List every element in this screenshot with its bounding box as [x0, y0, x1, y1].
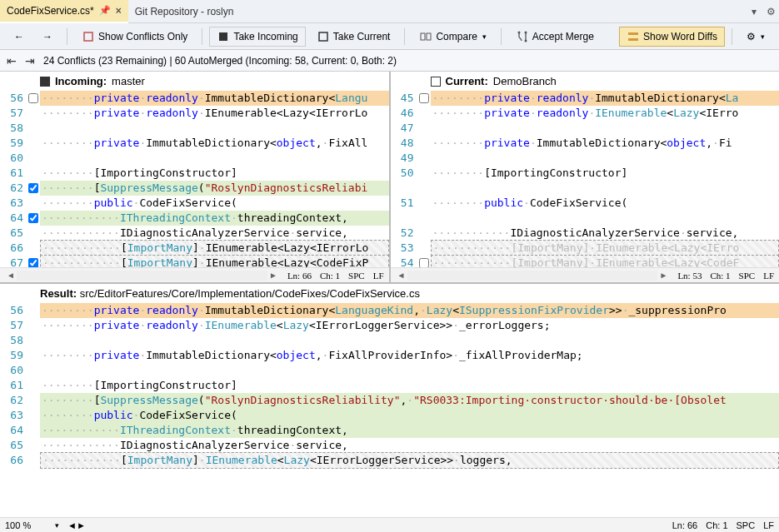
result-pane: Result: src/EditorFeatures/Core/Implemen…	[0, 284, 779, 532]
code-line[interactable]: 56········private·readonly·ImmutableDict…	[0, 303, 779, 318]
code-line[interactable]: 61········[ImportingConstructor]	[0, 166, 389, 181]
code-line[interactable]: 56········private·readonly·ImmutableDict…	[0, 91, 389, 106]
scroll-right-icon[interactable]: ►	[657, 271, 669, 280]
nav-back-button[interactable]: ←	[7, 27, 32, 46]
show-word-diffs-button[interactable]: Show Word Diffs	[619, 27, 725, 47]
code-line[interactable]: 63········public·CodeFixService(	[0, 196, 389, 211]
conflict-status-bar: ⇤ ⇥ 24 Conflicts (23 Remaining) | 60 Aut…	[0, 50, 779, 72]
scroll-left-icon[interactable]: ◄	[5, 271, 17, 280]
line-checkbox-cell	[27, 258, 40, 267]
window-dropdown-icon[interactable]: ▾	[746, 6, 762, 17]
code-line[interactable]: 57········private·readonly·IEnumerable<L…	[0, 106, 389, 121]
result-code[interactable]: 56········private·readonly·ImmutableDict…	[0, 303, 779, 517]
line-checkbox[interactable]	[28, 93, 38, 103]
code-line[interactable]: 66············[ImportMany]·IEnumerable<L…	[0, 241, 389, 256]
code-line[interactable]: 47	[391, 121, 780, 136]
code-line[interactable]: 53············[ImportMany]·IEnumerable<L…	[391, 241, 780, 256]
chevron-down-icon[interactable]: ▾	[55, 521, 59, 530]
line-checkbox[interactable]	[28, 213, 38, 223]
code-line[interactable]: 51········public·CodeFixService(	[391, 196, 780, 211]
next-conflict-button[interactable]: ⇥	[25, 54, 35, 67]
pin-icon[interactable]: 📌	[99, 5, 111, 16]
show-conflicts-button[interactable]: Show Conflicts Only	[74, 27, 195, 47]
code-line[interactable]: 61········[ImportingConstructor]	[0, 378, 779, 393]
incoming-code[interactable]: 56········private·readonly·ImmutableDict…	[0, 91, 389, 267]
line-checkbox[interactable]	[419, 93, 429, 103]
line-checkbox[interactable]	[28, 183, 38, 193]
svg-point-6	[524, 31, 527, 33]
code-line[interactable]: 65············IDiagnosticAnalyzerService…	[0, 226, 389, 241]
code-line[interactable]: 57········private·readonly·IEnumerable<L…	[0, 318, 779, 333]
current-header: Current: DemoBranch	[391, 72, 780, 91]
line-number: 63	[0, 196, 27, 211]
line-number: 46	[391, 106, 417, 121]
code-line[interactable]: 64············IThreadingContext·threadin…	[0, 423, 779, 438]
label: Take Current	[333, 31, 391, 42]
merge-toolbar: ← → Show Conflicts Only Take Incoming Ta…	[0, 23, 779, 50]
scroll-left-icon[interactable]: ◄	[396, 271, 407, 280]
scrollbar[interactable]	[17, 271, 267, 281]
code-content: ········[SuppressMessage("RoslynDiagnost…	[40, 181, 389, 196]
tab-git-repository[interactable]: Git Repository - roslyn	[128, 0, 241, 23]
line-number: 65	[0, 438, 27, 453]
line-checkbox[interactable]	[419, 258, 429, 267]
code-content: ········[ImportingConstructor]	[40, 378, 779, 393]
settings-button[interactable]: ⚙ ▾	[739, 27, 772, 46]
scroll-right-icon[interactable]: ►	[77, 520, 86, 530]
take-incoming-button[interactable]: Take Incoming	[209, 27, 305, 47]
code-line[interactable]: 49	[391, 151, 780, 166]
code-line[interactable]: 62········[SuppressMessage("RoslynDiagno…	[0, 393, 779, 408]
code-content: ········private·ImmutableDictionary<obje…	[40, 348, 779, 363]
code-content: ············[ImportMany]·IEnumerable<Laz…	[431, 255, 780, 267]
code-line[interactable]: 58	[0, 121, 389, 136]
code-line[interactable]: 62········[SuppressMessage("RoslynDiagno…	[0, 181, 389, 196]
code-line[interactable]: 46········private·readonly·IEnumerable<L…	[391, 106, 780, 121]
code-line[interactable]	[391, 211, 780, 226]
code-line[interactable]: 60	[0, 151, 389, 166]
line-checkbox[interactable]	[28, 258, 38, 267]
code-line[interactable]: 59········private·ImmutableDictionary<ob…	[0, 136, 389, 151]
code-line[interactable]: 67············[ImportMany]·IEnumerable<L…	[0, 256, 389, 267]
accept-merge-button[interactable]: Accept Merge	[508, 27, 602, 47]
conflict-summary: 24 Conflicts (23 Remaining) | 60 AutoMer…	[43, 55, 397, 67]
current-code[interactable]: 45········private·readonly·ImmutableDict…	[391, 91, 780, 267]
incoming-label: Incoming:	[55, 75, 107, 87]
nav-forward-button[interactable]: →	[35, 27, 60, 46]
code-line[interactable]: 52············IDiagnosticAnalyzerService…	[391, 226, 780, 241]
svg-rect-1	[219, 32, 227, 41]
line-number: 62	[0, 181, 27, 196]
scrollbar[interactable]	[407, 271, 658, 281]
gear-icon[interactable]: ⚙	[762, 6, 779, 17]
code-content: ········public·CodeFixService(	[40, 196, 389, 211]
zoom-level[interactable]: 100 %	[5, 520, 47, 530]
code-line[interactable]: 60	[0, 363, 779, 378]
code-line[interactable]: 58	[0, 333, 779, 348]
code-line[interactable]: 48········private·ImmutableDictionary<ob…	[391, 136, 780, 151]
line-number: 59	[0, 136, 27, 151]
prev-conflict-button[interactable]: ⇤	[7, 54, 17, 67]
tab-codefixservice[interactable]: CodeFixService.cs* 📌 ×	[0, 0, 128, 23]
code-line[interactable]	[391, 181, 780, 196]
line-number: 62	[0, 393, 27, 408]
code-line[interactable]: 64············IThreadingContext·threadin…	[0, 211, 389, 226]
code-line[interactable]: 50········[ImportingConstructor]	[391, 166, 780, 181]
code-line[interactable]: 45········private·readonly·ImmutableDict…	[391, 91, 780, 106]
svg-rect-8	[628, 32, 638, 35]
take-current-button[interactable]: Take Current	[309, 27, 398, 47]
code-line[interactable]: 65············IDiagnosticAnalyzerService…	[0, 438, 779, 453]
compare-button[interactable]: Compare ▾	[412, 27, 493, 47]
incoming-pane: Incoming: master 56········private·reado…	[0, 72, 391, 282]
code-line[interactable]: 63········public·CodeFixService(	[0, 408, 779, 423]
close-icon[interactable]: ×	[116, 5, 122, 17]
scroll-right-icon[interactable]: ►	[267, 271, 279, 280]
svg-rect-2	[319, 32, 327, 41]
code-line[interactable]: 66············[ImportMany]·IEnumerable<L…	[0, 453, 779, 468]
line-number: 66	[0, 241, 27, 256]
label: Show Word Diffs	[643, 31, 717, 42]
code-line[interactable]: 54············[ImportMany]·IEnumerable<L…	[391, 256, 780, 267]
incoming-footer: ◄► Ln: 66 Ch: 1 SPC LF	[0, 267, 389, 282]
code-line[interactable]: 59········private·ImmutableDictionary<ob…	[0, 348, 779, 363]
scroll-left-icon[interactable]: ◄	[67, 520, 77, 530]
tab-bar: CodeFixService.cs* 📌 × Git Repository - …	[0, 0, 779, 23]
line-checkbox-cell	[27, 213, 40, 223]
